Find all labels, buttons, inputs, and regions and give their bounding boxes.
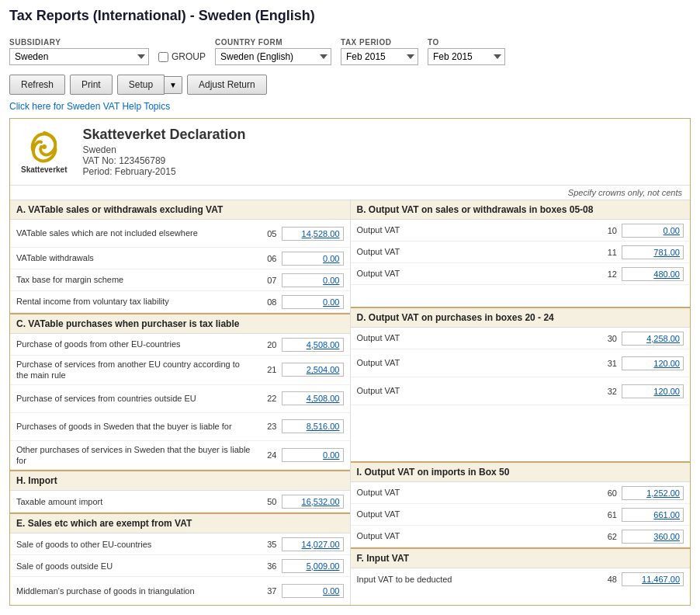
to-select[interactable]: Feb 2015: [428, 48, 505, 65]
value-input[interactable]: [622, 267, 684, 281]
value-input[interactable]: [622, 530, 684, 544]
help-link[interactable]: Click here for Sweden VAT Help Topics: [9, 101, 170, 112]
table-row: Output VAT 32: [351, 377, 691, 405]
group-checkbox[interactable]: [158, 52, 168, 62]
country-form-select[interactable]: Sweden (English): [215, 48, 331, 65]
row-label: Input VAT to be deducted: [357, 574, 599, 585]
group-label: GROUP: [172, 51, 206, 62]
section-i-header: I. Output VAT on imports in Box 50: [351, 461, 691, 482]
row-label: Rental income from voluntary tax liabili…: [16, 296, 258, 307]
value-input[interactable]: [622, 245, 684, 259]
box-number: 36: [258, 561, 277, 571]
country-form-label: COUNTRY FORM: [215, 38, 331, 47]
value-input[interactable]: [622, 356, 684, 370]
row-label: Tax base for margin scheme: [16, 274, 258, 285]
box-number: 22: [258, 394, 277, 403]
table-row: Taxable amount import 50: [10, 491, 350, 512]
value-input[interactable]: [282, 559, 344, 573]
report-country: Sweden: [82, 144, 245, 155]
table-row: Tax base for margin scheme 07: [10, 269, 350, 291]
row-label: Output VAT: [357, 509, 599, 519]
row-label: Output VAT: [357, 357, 599, 368]
report-header: Skatteverket Skatteverket Declaration Sw…: [10, 119, 690, 186]
row-label: Purchases of goods in Sweden that the bu…: [16, 421, 258, 432]
section-c-header: C. VATable purchases when purchaser is t…: [10, 313, 350, 334]
report-title-area: Skatteverket Declaration Sweden VAT No: …: [82, 127, 245, 177]
table-row: Output VAT 62: [351, 526, 691, 547]
row-label: Output VAT: [357, 487, 599, 498]
table-row: Sale of goods outside EU 36: [10, 555, 350, 577]
table-row: Output VAT 12: [351, 263, 691, 285]
value-input[interactable]: [622, 332, 684, 346]
value-input[interactable]: [622, 572, 684, 586]
row-label: Output VAT: [357, 246, 599, 257]
value-input[interactable]: [622, 384, 684, 398]
box-number: 35: [258, 540, 277, 549]
box-number: 37: [258, 586, 277, 596]
value-input[interactable]: [282, 448, 344, 462]
logo-area: Skatteverket: [21, 130, 67, 174]
row-label: Other purchases of services in Sweden th…: [16, 444, 258, 467]
box-number: 61: [598, 510, 617, 519]
value-input[interactable]: [282, 295, 344, 309]
page-title: Tax Reports (International) - Sweden (En…: [9, 8, 691, 24]
value-input[interactable]: [622, 224, 684, 238]
table-row: Output VAT 10: [351, 220, 691, 241]
value-input[interactable]: [282, 363, 344, 377]
table-row: Purchase of services from countries outs…: [10, 385, 350, 413]
box-number: 06: [258, 254, 277, 263]
row-label: Output VAT: [357, 530, 599, 541]
box-number: 05: [258, 229, 277, 238]
value-input[interactable]: [622, 486, 684, 500]
adjust-return-button[interactable]: Adjust Return: [187, 75, 267, 95]
setup-dropdown-button[interactable]: ▼: [165, 76, 182, 94]
box-number: 20: [258, 340, 277, 349]
report-body: A. VATable sales or withdrawals excludin…: [10, 200, 690, 605]
row-label: Middleman's purchase of goods in triangu…: [16, 585, 258, 596]
box-number: 50: [258, 497, 277, 506]
box-number: 11: [598, 248, 617, 257]
value-input[interactable]: [282, 338, 344, 352]
tax-period-select[interactable]: Feb 2015: [341, 48, 418, 65]
subsidiary-label: SUBSIDIARY: [9, 38, 149, 47]
refresh-button[interactable]: Refresh: [9, 75, 65, 95]
table-row: Output VAT 30: [351, 328, 691, 349]
subsidiary-select[interactable]: Sweden: [9, 48, 149, 65]
box-number: 21: [258, 365, 277, 374]
print-button[interactable]: Print: [70, 75, 113, 95]
setup-button[interactable]: Setup: [117, 75, 165, 95]
table-row: Other purchases of services in Sweden th…: [10, 441, 350, 471]
value-input[interactable]: [282, 495, 344, 509]
row-label: VATable withdrawals: [16, 252, 258, 263]
table-row: Sale of goods to other EU-countries 35: [10, 533, 350, 555]
box-number: 30: [598, 334, 617, 343]
value-input[interactable]: [282, 584, 344, 598]
section-e-header: E. Sales etc which are exempt from VAT: [10, 512, 350, 533]
table-row: VATable withdrawals 06: [10, 248, 350, 269]
value-input[interactable]: [282, 537, 344, 551]
value-input[interactable]: [282, 391, 344, 405]
value-input[interactable]: [282, 273, 344, 287]
value-input[interactable]: [282, 419, 344, 433]
report-declaration-title: Skatteverket Declaration: [82, 127, 245, 143]
table-row: Rental income from voluntary tax liabili…: [10, 291, 350, 313]
value-input[interactable]: [282, 227, 344, 241]
box-number: 32: [598, 387, 617, 396]
table-row: VATable sales which are not included els…: [10, 220, 350, 248]
table-row: Output VAT 11: [351, 241, 691, 263]
table-row: Purchase of goods from other EU-countrie…: [10, 334, 350, 356]
value-input[interactable]: [622, 508, 684, 522]
section-h-header: H. Import: [10, 470, 350, 491]
section-b-header: B. Output VAT on sales or withdrawals in…: [351, 200, 691, 220]
box-number: 08: [258, 297, 277, 307]
box-number: 62: [598, 532, 617, 541]
row-label: Output VAT: [357, 224, 599, 235]
report-period: Period: February-2015: [82, 166, 245, 177]
box-number: 48: [598, 575, 617, 584]
table-row: Middleman's purchase of goods in triangu…: [10, 577, 350, 605]
value-input[interactable]: [282, 252, 344, 266]
report-right-column: B. Output VAT on sales or withdrawals in…: [351, 200, 691, 605]
to-label: TO: [428, 38, 505, 47]
table-row: Purchase of services from another EU cou…: [10, 356, 350, 385]
table-row: Input VAT to be deducted 48: [351, 568, 691, 590]
